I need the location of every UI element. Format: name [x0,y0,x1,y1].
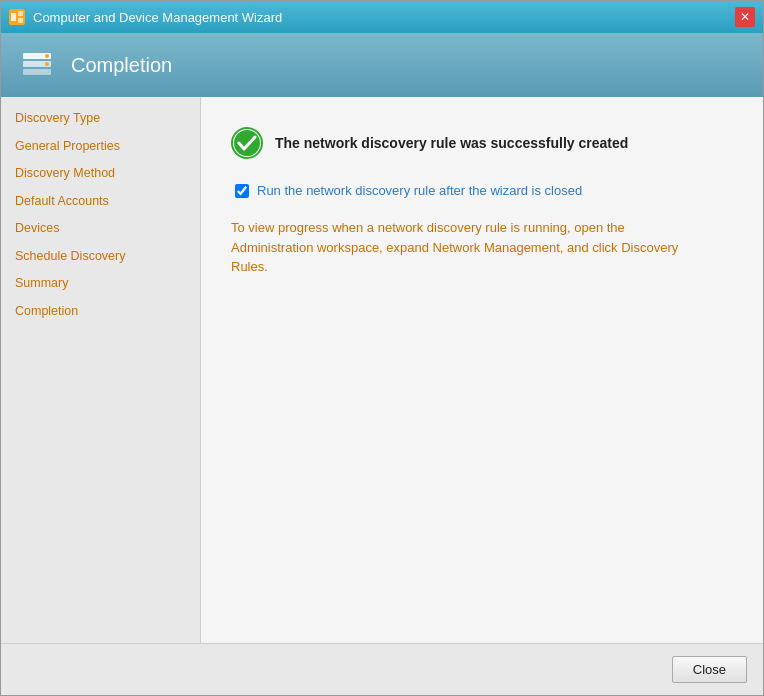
sidebar-item-devices[interactable]: Devices [1,215,200,243]
content-area: Discovery Type General Properties Discov… [1,97,763,643]
page-title: Completion [71,54,172,77]
svg-rect-1 [18,11,23,16]
main-window: Computer and Device Management Wizard ✕ … [0,0,764,696]
window-title: Computer and Device Management Wizard [33,10,282,25]
title-bar: Computer and Device Management Wizard ✕ [1,1,763,33]
sidebar-item-general-properties[interactable]: General Properties [1,133,200,161]
run-after-close-row: Run the network discovery rule after the… [235,183,733,198]
footer: Close [1,643,763,695]
sidebar-item-schedule-discovery[interactable]: Schedule Discovery [1,243,200,271]
close-window-button[interactable]: ✕ [735,7,755,27]
close-button[interactable]: Close [672,656,747,683]
header-icon [17,45,57,85]
svg-point-6 [45,54,49,58]
main-panel: The network discovery rule was successfu… [201,97,763,643]
sidebar-item-summary[interactable]: Summary [1,270,200,298]
run-after-close-label: Run the network discovery rule after the… [257,183,582,198]
sidebar-item-discovery-method[interactable]: Discovery Method [1,160,200,188]
success-row: The network discovery rule was successfu… [231,127,733,159]
app-icon [9,9,25,25]
success-icon [231,127,263,159]
header-bar: Completion [1,33,763,97]
sidebar-item-completion[interactable]: Completion [1,298,200,326]
sidebar: Discovery Type General Properties Discov… [1,97,201,643]
sidebar-item-discovery-type[interactable]: Discovery Type [1,105,200,133]
sidebar-item-default-accounts[interactable]: Default Accounts [1,188,200,216]
title-bar-left: Computer and Device Management Wizard [9,9,282,25]
svg-rect-5 [23,69,51,75]
svg-point-7 [45,62,49,66]
success-message: The network discovery rule was successfu… [275,135,628,151]
svg-rect-0 [11,13,16,21]
svg-rect-2 [18,18,23,23]
info-text: To view progress when a network discover… [231,218,691,277]
run-after-close-checkbox[interactable] [235,184,249,198]
